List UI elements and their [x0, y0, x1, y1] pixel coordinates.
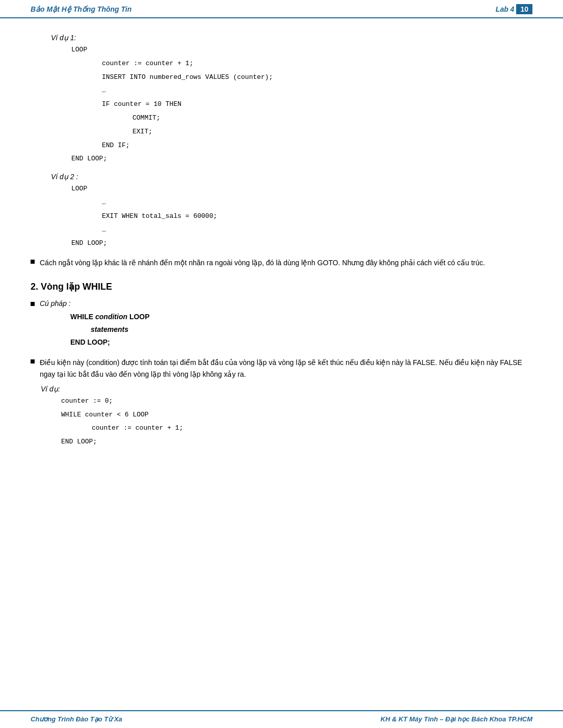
bullet-item-1: Cách ngắt vòng lặp khác là rẽ nhánh đến …: [31, 257, 532, 268]
footer: Chương Trình Đào Tạo Từ Xa KH & KT Máy T…: [0, 710, 563, 728]
if-line: IF counter = 10 THEN: [102, 99, 532, 110]
commit-line: COMMIT;: [132, 113, 532, 124]
bullet-square-2: [31, 359, 35, 363]
syntax-statements: statements: [91, 323, 532, 336]
ellipsis2-2: …: [102, 225, 532, 236]
example2-code: LOOP … EXIT WHEN total_sals = 60000; … E…: [51, 184, 532, 249]
ellipsis1: …: [102, 86, 532, 96]
bullet-text-1: Cách ngắt vòng lặp khác là rẽ nhánh đến …: [40, 257, 532, 268]
section2-heading: 2. Vòng lặp WHILE: [31, 281, 532, 292]
exit-when-line: EXIT WHEN total_sals = 60000;: [102, 211, 532, 222]
bullet-square-1: [31, 260, 35, 264]
header-page-number: 10: [516, 4, 532, 14]
syntax-line1: WHILE condition LOOP: [70, 311, 532, 323]
while-counter: WHILE counter < 6 LOOP: [61, 410, 532, 421]
ellipsis2-1: …: [102, 198, 532, 208]
syntax-end-loop: END LOOP;: [70, 336, 532, 349]
syntax-content: Cú pháp : WHILE condition LOOP statement…: [40, 299, 532, 352]
example3: Ví dụ: counter := 0; WHILE counter < 6 L…: [41, 385, 532, 447]
end-loop-3: END LOOP;: [61, 437, 532, 447]
header: Bảo Mật Hệ Thống Thông Tin Lab 4 10: [0, 0, 563, 18]
end-loop-2: END LOOP;: [71, 238, 532, 249]
footer-left: Chương Trình Đào Tạo Từ Xa: [31, 715, 122, 723]
loop-start-1: LOOP: [71, 45, 532, 55]
exit-line: EXIT;: [132, 127, 532, 137]
page: Bảo Mật Hệ Thống Thông Tin Lab 4 10 Ví d…: [0, 0, 563, 728]
counter-increment: counter := counter + 1;: [92, 423, 532, 434]
header-right: Lab 4 10: [496, 4, 532, 14]
end-if-line: END IF;: [102, 141, 532, 151]
vidu-label-3: Ví dụ:: [41, 385, 532, 393]
insert-line: INSERT INTO numbered_rows VALUES (counte…: [102, 72, 532, 83]
header-title: Bảo Mật Hệ Thống Thông Tin: [31, 5, 131, 13]
while-pre: WHILE: [70, 313, 95, 321]
example1-code: LOOP counter := counter + 1; INSERT INTO…: [51, 45, 532, 164]
condition-em: condition: [95, 313, 127, 321]
loop-post: LOOP: [127, 313, 150, 321]
counter-line1: counter := counter + 1;: [102, 59, 532, 69]
example2-label: Ví dụ 2 :: [51, 173, 532, 181]
bullet-text-2: Điều kiện này (condition) được tính toán…: [40, 357, 532, 380]
syntax-bullet-item: Cú pháp : WHILE condition LOOP statement…: [31, 299, 532, 352]
end-loop-1: END LOOP;: [71, 154, 532, 164]
header-lab: Lab 4: [496, 5, 515, 13]
counter-init: counter := 0;: [61, 396, 532, 407]
bullet-square-syntax: [31, 302, 35, 306]
example1-label: Ví dụ 1:: [51, 34, 532, 42]
loop-start-2: LOOP: [71, 184, 532, 194]
syntax-block: WHILE condition LOOP statements END LOOP…: [70, 311, 532, 349]
syntax-label: Cú pháp :: [40, 299, 71, 307]
bullet-item-2: Điều kiện này (condition) được tính toán…: [31, 357, 532, 380]
footer-right: KH & KT Máy Tính – Đại học Bách Khoa TP.…: [381, 715, 532, 723]
main-content: Ví dụ 1: LOOP counter := counter + 1; IN…: [0, 18, 563, 481]
